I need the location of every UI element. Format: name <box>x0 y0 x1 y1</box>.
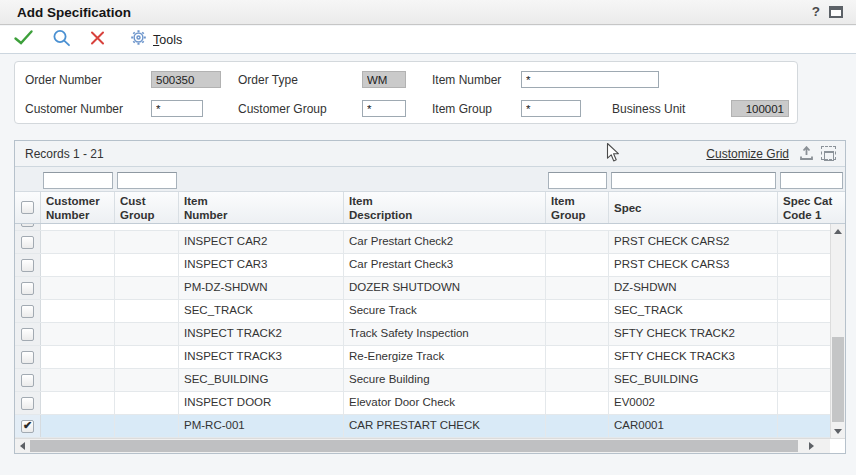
cell-item-description[interactable]: Car Prestart Check3 <box>344 254 546 276</box>
cell-item-group[interactable] <box>546 415 609 437</box>
cell-spec[interactable]: EV0002 <box>609 392 778 414</box>
cell-spec-cat[interactable] <box>778 254 832 276</box>
cell-spec-cat[interactable] <box>778 369 832 391</box>
cell-item-description[interactable]: Car Prestart Check2 <box>344 231 546 253</box>
cell-spec-cat[interactable] <box>778 415 832 437</box>
cell-item-group[interactable] <box>546 346 609 368</box>
cell-customer-number[interactable] <box>41 254 115 276</box>
cell-cust-group[interactable] <box>115 346 179 368</box>
cell-item-group[interactable] <box>546 369 609 391</box>
cell-spec[interactable]: SEC_BUILDING <box>609 369 778 391</box>
table-row[interactable]: PM-RC-001 CAR PRESTART CHECK CAR0001 <box>15 415 832 438</box>
tools-button[interactable]: Tools <box>130 29 182 50</box>
cell-item-number[interactable]: INSPECT CAR3 <box>179 254 344 276</box>
ok-button[interactable] <box>13 29 34 50</box>
customer-group-field[interactable] <box>362 100 406 117</box>
row-checkbox[interactable] <box>21 420 34 433</box>
cell-item-group[interactable] <box>546 323 609 345</box>
cell-cust-group[interactable] <box>115 231 179 253</box>
cell-customer-number[interactable] <box>41 300 115 322</box>
cell-cust-group[interactable] <box>115 277 179 299</box>
cell-cust-group[interactable] <box>115 392 179 414</box>
scroll-up-button[interactable] <box>831 224 845 238</box>
col-header-spec[interactable]: Spec <box>609 192 778 223</box>
cell-spec[interactable]: SFTY CHECK TRACK3 <box>609 346 778 368</box>
item-number-field[interactable] <box>521 71 659 88</box>
cell-item-description[interactable]: DOZER SHUTDOWN <box>344 277 546 299</box>
table-row[interactable]: SEC_BUILDING Secure Building SEC_BUILDIN… <box>15 369 832 392</box>
popout-grid-icon[interactable] <box>821 146 836 160</box>
cell-item-number[interactable]: INSPECT DOOR <box>179 392 344 414</box>
row-checkbox[interactable] <box>21 397 34 410</box>
cell-item-group[interactable] <box>546 231 609 253</box>
select-all-checkbox[interactable] <box>21 201 34 214</box>
horizontal-scrollbar-thumb[interactable] <box>30 440 798 452</box>
col-header-item-number[interactable]: ItemNumber <box>179 192 344 223</box>
cell-item-description[interactable]: Elevator Door Check <box>344 392 546 414</box>
cell-customer-number[interactable] <box>41 231 115 253</box>
col-header-cust-group[interactable]: CustGroup <box>115 192 179 223</box>
customer-number-field[interactable] <box>151 100 203 117</box>
help-button[interactable]: ? <box>812 4 820 19</box>
table-row[interactable]: INSPECT CAR2 Car Prestart Check2 PRST CH… <box>15 231 832 254</box>
export-grid-icon[interactable] <box>799 146 814 165</box>
cell-spec-cat[interactable] <box>778 323 832 345</box>
filter-item-group-input[interactable] <box>548 172 607 189</box>
row-checkbox[interactable] <box>21 259 34 272</box>
cell-item-description[interactable]: CAR PRESTART CHECK <box>344 415 546 437</box>
row-checkbox[interactable] <box>21 351 34 364</box>
cell-cust-group[interactable] <box>115 300 179 322</box>
vertical-scrollbar-thumb[interactable] <box>832 337 844 422</box>
cell-spec[interactable]: SFTY CHECK TRACK2 <box>609 323 778 345</box>
find-button[interactable] <box>52 29 71 51</box>
scroll-left-button[interactable] <box>15 439 29 453</box>
cell-spec[interactable]: PRST CHECK CARS2 <box>609 231 778 253</box>
cell-spec-cat[interactable] <box>778 346 832 368</box>
maximize-icon[interactable] <box>829 6 843 18</box>
col-header-customer-number[interactable]: CustomerNumber <box>41 192 115 223</box>
filter-spec-input[interactable] <box>611 172 776 189</box>
cell-spec[interactable]: PRST CHECK CARS3 <box>609 254 778 276</box>
col-header-item-group[interactable]: ItemGroup <box>546 192 609 223</box>
horizontal-scrollbar[interactable] <box>15 439 830 453</box>
cell-item-number[interactable]: INSPECT TRACK3 <box>179 346 344 368</box>
item-group-field[interactable] <box>521 100 581 117</box>
cell-item-description[interactable]: Re-Energize Track <box>344 346 546 368</box>
cell-item-description[interactable]: Track Safety Inspection <box>344 323 546 345</box>
scroll-right-button[interactable] <box>804 439 818 453</box>
cell-item-number[interactable]: PM-DZ-SHDWN <box>179 277 344 299</box>
cell-item-number[interactable]: INSPECT CAR2 <box>179 231 344 253</box>
row-checkbox[interactable] <box>21 236 34 249</box>
table-row[interactable]: SEC_TRACK Secure Track SEC_TRACK <box>15 300 832 323</box>
cell-customer-number[interactable] <box>41 277 115 299</box>
cell-spec-cat[interactable] <box>778 231 832 253</box>
table-row[interactable]: INSPECT TRACK2 Track Safety Inspection S… <box>15 323 832 346</box>
table-row[interactable]: INSPECT DOOR Elevator Door Check EV0002 <box>15 392 832 415</box>
cell-item-group[interactable] <box>546 392 609 414</box>
cell-item-number[interactable]: INSPECT TRACK2 <box>179 323 344 345</box>
cell-customer-number[interactable] <box>41 369 115 391</box>
cell-item-group[interactable] <box>546 277 609 299</box>
col-header-spec-cat-code-1[interactable]: Spec CatCode 1 <box>778 192 845 223</box>
cell-spec-cat[interactable] <box>778 277 832 299</box>
cell-item-number[interactable]: PM-RC-001 <box>179 415 344 437</box>
cancel-button[interactable] <box>89 30 106 50</box>
cell-item-description[interactable]: Secure Track <box>344 300 546 322</box>
cell-customer-number[interactable] <box>41 415 115 437</box>
cell-spec[interactable]: SEC_TRACK <box>609 300 778 322</box>
cell-spec-cat[interactable] <box>778 300 832 322</box>
cell-customer-number[interactable] <box>41 346 115 368</box>
cell-customer-number[interactable] <box>41 323 115 345</box>
cell-spec[interactable]: CAR0001 <box>609 415 778 437</box>
cell-cust-group[interactable] <box>115 254 179 276</box>
filter-cust-group-input[interactable] <box>117 172 177 189</box>
row-checkbox[interactable] <box>21 282 34 295</box>
table-row[interactable]: INSPECT TRACK3 Re-Energize Track SFTY CH… <box>15 346 832 369</box>
cell-cust-group[interactable] <box>115 415 179 437</box>
cell-spec[interactable]: DZ-SHDWN <box>609 277 778 299</box>
cell-item-description[interactable]: Secure Building <box>344 369 546 391</box>
cell-item-group[interactable] <box>546 300 609 322</box>
scroll-down-button[interactable] <box>831 424 845 438</box>
cell-spec-cat[interactable] <box>778 392 832 414</box>
row-checkbox[interactable] <box>21 328 34 341</box>
